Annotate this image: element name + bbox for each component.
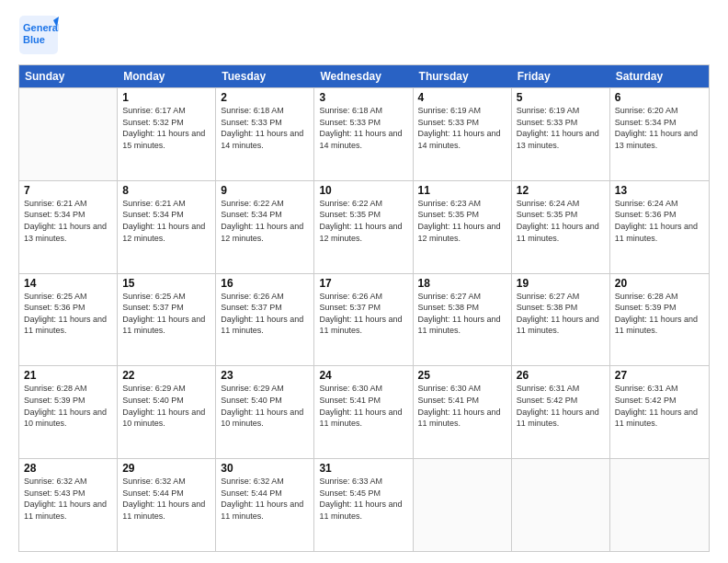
day-info: Sunrise: 6:17 AMSunset: 5:32 PMDaylight:… [122, 105, 210, 151]
calendar-cell [512, 459, 610, 551]
calendar-cell: 15 Sunrise: 6:25 AMSunset: 5:37 PMDaylig… [118, 274, 216, 366]
calendar-cell: 31 Sunrise: 6:33 AMSunset: 5:45 PMDaylig… [314, 459, 413, 551]
day-number: 2 [221, 91, 309, 104]
day-number: 3 [319, 91, 407, 104]
weekday-header-thursday: Thursday [414, 65, 512, 87]
calendar-cell: 12 Sunrise: 6:24 AMSunset: 5:35 PMDaylig… [512, 181, 610, 273]
calendar-cell [610, 459, 709, 551]
calendar-cell: 18 Sunrise: 6:27 AMSunset: 5:38 PMDaylig… [414, 274, 512, 366]
calendar-cell: 11 Sunrise: 6:23 AMSunset: 5:35 PMDaylig… [414, 181, 512, 273]
day-info: Sunrise: 6:23 AMSunset: 5:35 PMDaylight:… [418, 198, 506, 244]
day-number: 29 [122, 462, 210, 475]
logo: General Blue [18, 15, 59, 55]
day-number: 9 [221, 184, 309, 197]
day-number: 4 [418, 91, 506, 104]
day-info: Sunrise: 6:22 AMSunset: 5:35 PMDaylight:… [319, 198, 407, 244]
svg-text:General: General [23, 22, 59, 33]
logo-icon: General Blue [18, 15, 59, 55]
weekday-header-monday: Monday [118, 65, 216, 87]
calendar-cell: 14 Sunrise: 6:25 AMSunset: 5:36 PMDaylig… [19, 274, 118, 366]
calendar-header: SundayMondayTuesdayWednesdayThursdayFrid… [19, 65, 709, 87]
calendar-cell: 16 Sunrise: 6:26 AMSunset: 5:37 PMDaylig… [216, 274, 314, 366]
day-info: Sunrise: 6:19 AMSunset: 5:33 PMDaylight:… [517, 105, 605, 151]
calendar-cell: 21 Sunrise: 6:28 AMSunset: 5:39 PMDaylig… [19, 366, 118, 458]
calendar-row-5: 28 Sunrise: 6:32 AMSunset: 5:43 PMDaylig… [19, 458, 709, 551]
day-info: Sunrise: 6:21 AMSunset: 5:34 PMDaylight:… [24, 198, 112, 244]
weekday-header-friday: Friday [512, 65, 610, 87]
day-number: 24 [319, 369, 407, 382]
svg-text:Blue: Blue [23, 34, 45, 45]
day-info: Sunrise: 6:30 AMSunset: 5:41 PMDaylight:… [319, 383, 407, 429]
weekday-header-saturday: Saturday [610, 65, 709, 87]
day-info: Sunrise: 6:18 AMSunset: 5:33 PMDaylight:… [221, 105, 309, 151]
day-info: Sunrise: 6:22 AMSunset: 5:34 PMDaylight:… [221, 198, 309, 244]
day-info: Sunrise: 6:25 AMSunset: 5:37 PMDaylight:… [122, 291, 210, 337]
day-number: 7 [24, 184, 112, 197]
day-number: 27 [615, 369, 704, 382]
calendar-cell: 5 Sunrise: 6:19 AMSunset: 5:33 PMDayligh… [512, 88, 610, 180]
day-info: Sunrise: 6:33 AMSunset: 5:45 PMDaylight:… [319, 476, 407, 522]
day-number: 22 [122, 369, 210, 382]
day-info: Sunrise: 6:18 AMSunset: 5:33 PMDaylight:… [319, 105, 407, 151]
day-number: 25 [418, 369, 506, 382]
day-number: 11 [418, 184, 506, 197]
calendar-row-4: 21 Sunrise: 6:28 AMSunset: 5:39 PMDaylig… [19, 365, 709, 458]
day-number: 1 [122, 91, 210, 104]
day-number: 19 [517, 277, 605, 290]
day-info: Sunrise: 6:27 AMSunset: 5:38 PMDaylight:… [418, 291, 506, 337]
calendar-row-2: 7 Sunrise: 6:21 AMSunset: 5:34 PMDayligh… [19, 180, 709, 273]
day-info: Sunrise: 6:31 AMSunset: 5:42 PMDaylight:… [615, 383, 704, 429]
day-info: Sunrise: 6:19 AMSunset: 5:33 PMDaylight:… [418, 105, 506, 151]
header: General Blue [18, 15, 710, 55]
day-info: Sunrise: 6:25 AMSunset: 5:36 PMDaylight:… [24, 291, 112, 337]
day-number: 6 [615, 91, 704, 104]
calendar-cell: 7 Sunrise: 6:21 AMSunset: 5:34 PMDayligh… [19, 181, 118, 273]
calendar-cell: 10 Sunrise: 6:22 AMSunset: 5:35 PMDaylig… [314, 181, 413, 273]
calendar-cell: 8 Sunrise: 6:21 AMSunset: 5:34 PMDayligh… [118, 181, 216, 273]
calendar-row-1: 1 Sunrise: 6:17 AMSunset: 5:32 PMDayligh… [19, 87, 709, 180]
day-info: Sunrise: 6:29 AMSunset: 5:40 PMDaylight:… [221, 383, 309, 429]
day-info: Sunrise: 6:31 AMSunset: 5:42 PMDaylight:… [517, 383, 605, 429]
calendar-cell: 2 Sunrise: 6:18 AMSunset: 5:33 PMDayligh… [216, 88, 314, 180]
page: General Blue SundayMondayTuesdayWednesda… [0, 0, 728, 563]
day-number: 18 [418, 277, 506, 290]
calendar-cell: 1 Sunrise: 6:17 AMSunset: 5:32 PMDayligh… [118, 88, 216, 180]
calendar-cell: 23 Sunrise: 6:29 AMSunset: 5:40 PMDaylig… [216, 366, 314, 458]
calendar-cell: 6 Sunrise: 6:20 AMSunset: 5:34 PMDayligh… [610, 88, 709, 180]
calendar-cell: 30 Sunrise: 6:32 AMSunset: 5:44 PMDaylig… [216, 459, 314, 551]
day-info: Sunrise: 6:26 AMSunset: 5:37 PMDaylight:… [221, 291, 309, 337]
day-info: Sunrise: 6:21 AMSunset: 5:34 PMDaylight:… [122, 198, 210, 244]
calendar-cell: 24 Sunrise: 6:30 AMSunset: 5:41 PMDaylig… [314, 366, 413, 458]
day-number: 26 [517, 369, 605, 382]
weekday-header-tuesday: Tuesday [216, 65, 314, 87]
day-number: 14 [24, 277, 112, 290]
day-info: Sunrise: 6:32 AMSunset: 5:44 PMDaylight:… [221, 476, 309, 522]
day-number: 10 [319, 184, 407, 197]
day-info: Sunrise: 6:32 AMSunset: 5:44 PMDaylight:… [122, 476, 210, 522]
calendar-cell: 19 Sunrise: 6:27 AMSunset: 5:38 PMDaylig… [512, 274, 610, 366]
day-number: 15 [122, 277, 210, 290]
calendar-cell: 13 Sunrise: 6:24 AMSunset: 5:36 PMDaylig… [610, 181, 709, 273]
day-number: 21 [24, 369, 112, 382]
day-number: 23 [221, 369, 309, 382]
day-info: Sunrise: 6:30 AMSunset: 5:41 PMDaylight:… [418, 383, 506, 429]
calendar-cell: 22 Sunrise: 6:29 AMSunset: 5:40 PMDaylig… [118, 366, 216, 458]
day-number: 28 [24, 462, 112, 475]
calendar-cell: 25 Sunrise: 6:30 AMSunset: 5:41 PMDaylig… [414, 366, 512, 458]
day-info: Sunrise: 6:24 AMSunset: 5:36 PMDaylight:… [615, 198, 704, 244]
calendar-cell: 9 Sunrise: 6:22 AMSunset: 5:34 PMDayligh… [216, 181, 314, 273]
day-info: Sunrise: 6:28 AMSunset: 5:39 PMDaylight:… [24, 383, 112, 429]
calendar-body: 1 Sunrise: 6:17 AMSunset: 5:32 PMDayligh… [19, 87, 709, 551]
day-info: Sunrise: 6:32 AMSunset: 5:43 PMDaylight:… [24, 476, 112, 522]
weekday-header-wednesday: Wednesday [314, 65, 413, 87]
calendar-cell: 28 Sunrise: 6:32 AMSunset: 5:43 PMDaylig… [19, 459, 118, 551]
day-number: 17 [319, 277, 407, 290]
day-info: Sunrise: 6:24 AMSunset: 5:35 PMDaylight:… [517, 198, 605, 244]
calendar-cell: 20 Sunrise: 6:28 AMSunset: 5:39 PMDaylig… [610, 274, 709, 366]
day-info: Sunrise: 6:29 AMSunset: 5:40 PMDaylight:… [122, 383, 210, 429]
day-number: 12 [517, 184, 605, 197]
calendar-cell: 17 Sunrise: 6:26 AMSunset: 5:37 PMDaylig… [314, 274, 413, 366]
calendar-cell [414, 459, 512, 551]
calendar-cell: 3 Sunrise: 6:18 AMSunset: 5:33 PMDayligh… [314, 88, 413, 180]
calendar: SundayMondayTuesdayWednesdayThursdayFrid… [18, 64, 710, 552]
